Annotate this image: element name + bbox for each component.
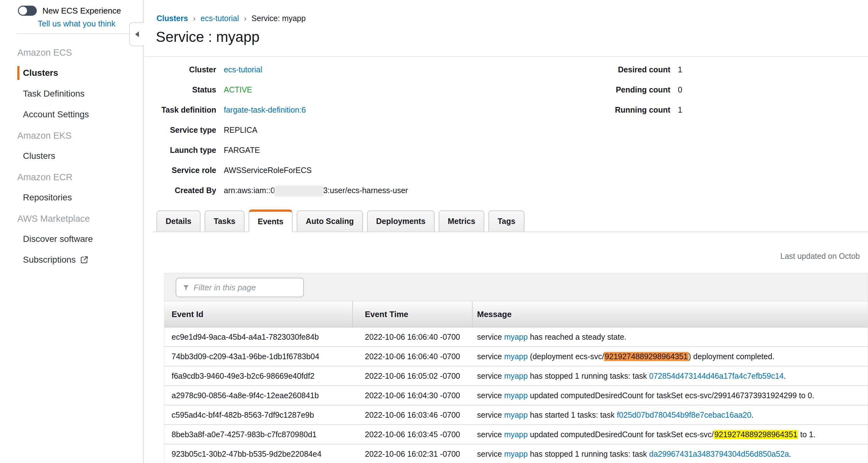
text-span: . xyxy=(789,450,791,458)
new-ecs-experience-label: New ECS Experience xyxy=(42,6,121,16)
detail-value: FARGATE xyxy=(224,145,260,155)
table-row[interactable]: 74bb3d09-c209-43a1-96be-1db1f6783b042022… xyxy=(164,347,868,367)
text-span: REPLICA xyxy=(224,125,257,134)
detail-row-launch-type: Launch typeFARGATE xyxy=(144,145,408,155)
table-row[interactable]: ec9e1d94-9aca-45b4-a4a1-7823030fe84b2022… xyxy=(164,327,868,347)
tab-metrics[interactable]: Metrics xyxy=(439,210,485,231)
text-span: service xyxy=(477,410,504,419)
message-link[interactable]: myapp xyxy=(504,352,528,361)
column-header-event-time[interactable]: Event Time xyxy=(353,301,473,327)
message-link[interactable]: f025d07bd780454b9f8e7cebac16aa20 xyxy=(617,410,751,419)
message-link[interactable]: myapp xyxy=(504,372,528,380)
message-link[interactable]: 072854d473144d46a17fa4c7efb59c14 xyxy=(649,372,784,380)
detail-row-created-by: Created Byarn:aws:iam::03:user/ecs-harne… xyxy=(144,185,408,196)
message-cell: service myapp updated computedDesiredCou… xyxy=(473,391,868,400)
text-span: 3:user/ecs-harness-user xyxy=(323,186,408,195)
breadcrumb-separator-icon: › xyxy=(193,14,195,23)
feedback-link[interactable]: Tell us what you think xyxy=(38,19,115,29)
text-span: service xyxy=(477,332,504,341)
text-span: updated computedDesiredCount for taskSet… xyxy=(528,430,714,439)
message-link[interactable]: myapp xyxy=(504,332,528,341)
sidebar-item-subscriptions[interactable]: Subscriptions xyxy=(0,254,142,265)
message-cell: service myapp has reached a steady state… xyxy=(473,332,868,342)
filter-placeholder: Filter in this page xyxy=(194,283,256,292)
breadcrumb-item-ecs-tutorial[interactable]: ecs-tutorial xyxy=(200,14,239,23)
event-id-cell: a2978c90-0856-4a8e-9f4c-12eae260841b xyxy=(164,391,353,400)
count-label: Desired count xyxy=(597,65,670,74)
detail-label: Launch type xyxy=(144,145,216,155)
tab-auto-scaling[interactable]: Auto Scaling xyxy=(297,210,363,231)
table-row[interactable]: 8beb3a8f-a0e7-4257-983b-c7fc870980d12022… xyxy=(164,425,868,444)
nav-section-amazon-eks: Amazon EKS xyxy=(0,130,142,141)
service-counts: Desired count1Pending count0Running coun… xyxy=(597,65,682,125)
sidebar-item-label: Task Definitions xyxy=(23,88,85,99)
event-id-cell: f6a9cdb3-9460-49e3-b2c6-98669e40fdf2 xyxy=(164,372,353,381)
table-row[interactable]: c595ad4c-bf4f-482b-8563-7df9c1287e9b2022… xyxy=(164,405,868,425)
text-span: service xyxy=(477,372,504,380)
sidebar-item-clusters[interactable]: Clusters xyxy=(0,67,142,79)
table-row[interactable]: 923b05c1-30b2-47bb-b535-9d2be22084e42022… xyxy=(164,444,868,463)
count-row-pending-count: Pending count0 xyxy=(597,85,682,94)
event-id-cell: 923b05c1-30b2-47bb-b535-9d2be22084e4 xyxy=(164,450,353,459)
service-details: Clusterecs-tutorialStatusACTIVETask defi… xyxy=(144,65,408,206)
message-cell: service myapp has stopped 1 running task… xyxy=(473,450,868,459)
sidebar-item-label: Clusters xyxy=(23,150,55,162)
sidebar-item-account-settings[interactable]: Account Settings xyxy=(0,109,142,120)
breadcrumb-item-clusters[interactable]: Clusters xyxy=(156,14,188,23)
nav-section-amazon-ecr: Amazon ECR xyxy=(0,172,142,182)
new-ecs-experience-toggle[interactable] xyxy=(18,6,37,16)
message-cell: service myapp has started 1 tasks: task … xyxy=(473,410,868,419)
sidebar-item-clusters[interactable]: Clusters xyxy=(0,150,142,162)
detail-value-link[interactable]: ecs-tutorial xyxy=(224,65,262,74)
filter-input[interactable]: Filter in this page xyxy=(176,278,304,297)
table-header-row: Event Id Event Time Message xyxy=(164,301,868,327)
sidebar-item-label: Clusters xyxy=(23,67,58,79)
table-row[interactable]: a2978c90-0856-4a8e-9f4c-12eae260841b2022… xyxy=(164,386,868,405)
sidebar-item-task-definitions[interactable]: Task Definitions xyxy=(0,88,142,99)
toggle-knob xyxy=(19,7,27,15)
table-body: ec9e1d94-9aca-45b4-a4a1-7823030fe84b2022… xyxy=(164,327,868,463)
message-cell: service myapp updated computedDesiredCou… xyxy=(473,430,868,439)
detail-label: Service role xyxy=(144,166,216,175)
text-span: FARGATE xyxy=(224,146,260,154)
sidebar-item-discover-software[interactable]: Discover software xyxy=(0,233,142,245)
redacted-value xyxy=(275,186,323,196)
event-id-cell: ec9e1d94-9aca-45b4-a4a1-7823030fe84b xyxy=(164,332,353,342)
message-link[interactable]: da29967431a3483794304d56d850a52a xyxy=(649,450,789,458)
count-row-running-count: Running count1 xyxy=(597,105,682,115)
message-link[interactable]: myapp xyxy=(504,450,528,458)
event-time-cell: 2022-10-06 16:03:46 -0700 xyxy=(353,410,473,419)
text-span: has reached a steady state. xyxy=(528,332,626,341)
external-link-icon xyxy=(80,256,88,264)
sidebar-collapse-button[interactable] xyxy=(129,22,144,46)
message-link[interactable]: myapp xyxy=(504,391,528,400)
detail-value: fargate-task-definition:6 xyxy=(224,105,306,115)
tab-tasks[interactable]: Tasks xyxy=(205,210,245,231)
events-panel: Filter in this page Event Id Event Time … xyxy=(164,273,868,463)
sidebar-nav: Amazon ECSClustersTask DefinitionsAccoun… xyxy=(0,37,142,265)
search-highlight: 9219274889298964351 xyxy=(714,430,798,439)
count-label: Running count xyxy=(597,105,670,115)
table-row[interactable]: f6a9cdb3-9460-49e3-b2c6-98669e40fdf22022… xyxy=(164,367,868,386)
detail-label: Cluster xyxy=(144,65,216,74)
tab-deployments[interactable]: Deployments xyxy=(367,210,435,231)
text-span: service xyxy=(477,430,504,439)
message-link[interactable]: myapp xyxy=(504,430,528,439)
text-span: has started 1 tasks: task xyxy=(528,410,617,419)
text-span: . xyxy=(784,372,786,380)
message-cell: service myapp (deployment ecs-svc/921927… xyxy=(473,352,868,361)
event-time-cell: 2022-10-06 16:04:30 -0700 xyxy=(353,391,473,400)
tab-details[interactable]: Details xyxy=(156,210,200,231)
detail-value: ecs-tutorial xyxy=(224,65,262,74)
count-value: 1 xyxy=(678,65,682,74)
detail-value-link[interactable]: fargate-task-definition:6 xyxy=(224,105,306,114)
event-time-cell: 2022-10-06 16:05:02 -0700 xyxy=(353,372,473,381)
column-header-event-id[interactable]: Event Id xyxy=(164,301,353,327)
message-link[interactable]: myapp xyxy=(504,410,528,419)
sidebar-item-repositories[interactable]: Repositories xyxy=(0,192,142,203)
column-header-message[interactable]: Message xyxy=(473,301,868,327)
tab-tags[interactable]: Tags xyxy=(488,210,525,231)
tab-events[interactable]: Events xyxy=(249,209,292,232)
detail-label: Status xyxy=(144,85,216,94)
filter-funnel-icon xyxy=(183,284,189,291)
